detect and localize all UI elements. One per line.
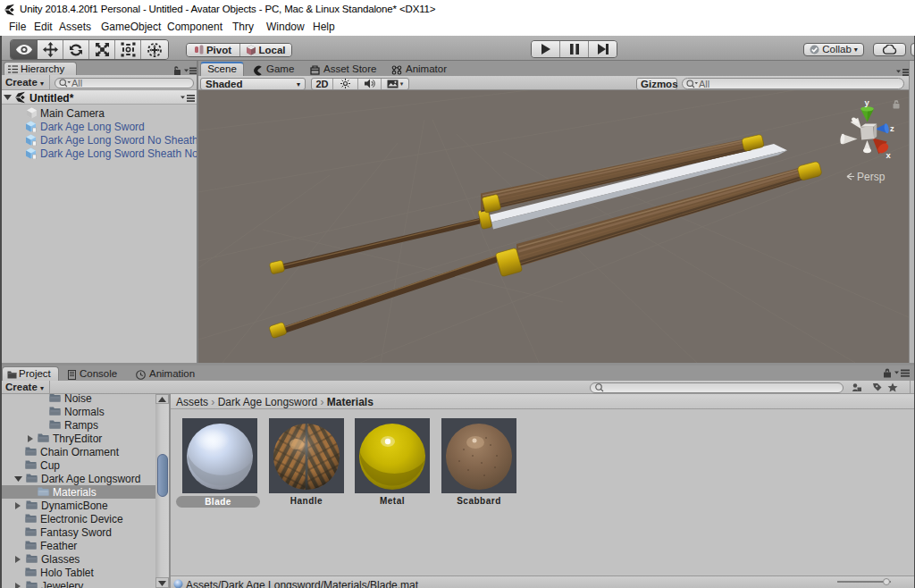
svg-text:y: y [865,97,870,107]
svg-text:Persp: Persp [857,171,886,183]
svg-text:z: z [890,123,894,133]
svg-text:x: x [886,150,892,160]
